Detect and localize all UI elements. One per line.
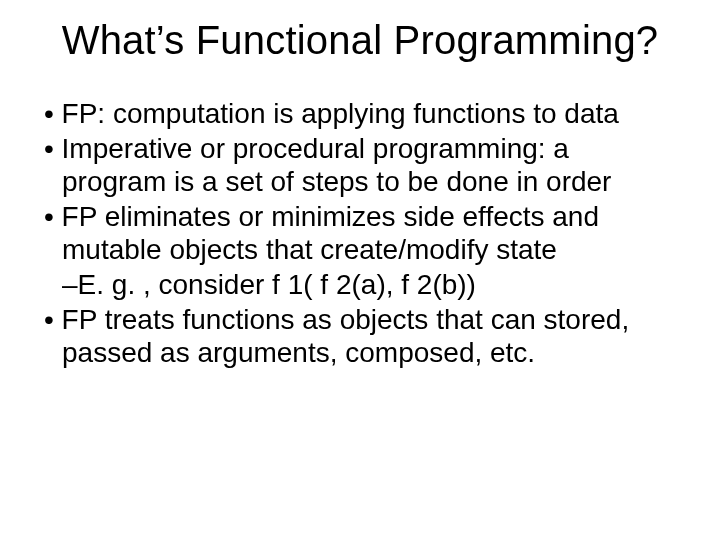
- bullet-text-cont: program is a set of steps to be done in …: [62, 165, 676, 198]
- sub-bullet-text: E. g. , consider f 1( f 2(a), f 2(b)): [78, 269, 476, 300]
- slide-body: • FP: computation is applying functions …: [44, 97, 676, 369]
- bullet-item: • Imperative or procedural programming: …: [44, 132, 676, 198]
- bullet-text: Imperative or procedural programming: a: [62, 133, 569, 164]
- slide: What’s Functional Programming? • FP: com…: [0, 0, 720, 540]
- bullet-mark: •: [44, 201, 62, 232]
- bullet-mark: •: [44, 98, 62, 129]
- bullet-item: • FP: computation is applying functions …: [44, 97, 676, 130]
- bullet-item: • FP eliminates or minimizes side effect…: [44, 200, 676, 266]
- bullet-text: FP treats functions as objects that can …: [62, 304, 630, 335]
- slide-title: What’s Functional Programming?: [44, 18, 676, 63]
- bullet-mark: •: [44, 133, 62, 164]
- bullet-text: FP eliminates or minimizes side effects …: [62, 201, 599, 232]
- bullet-text-cont: passed as arguments, composed, etc.: [62, 336, 676, 369]
- sub-bullet-mark: –: [62, 269, 78, 300]
- bullet-item: • FP treats functions as objects that ca…: [44, 303, 676, 369]
- bullet-mark: •: [44, 304, 62, 335]
- sub-bullet-item: –E. g. , consider f 1( f 2(a), f 2(b)): [62, 268, 676, 301]
- bullet-text: FP: computation is applying functions to…: [62, 98, 619, 129]
- bullet-text-cont: mutable objects that create/modify state: [62, 233, 676, 266]
